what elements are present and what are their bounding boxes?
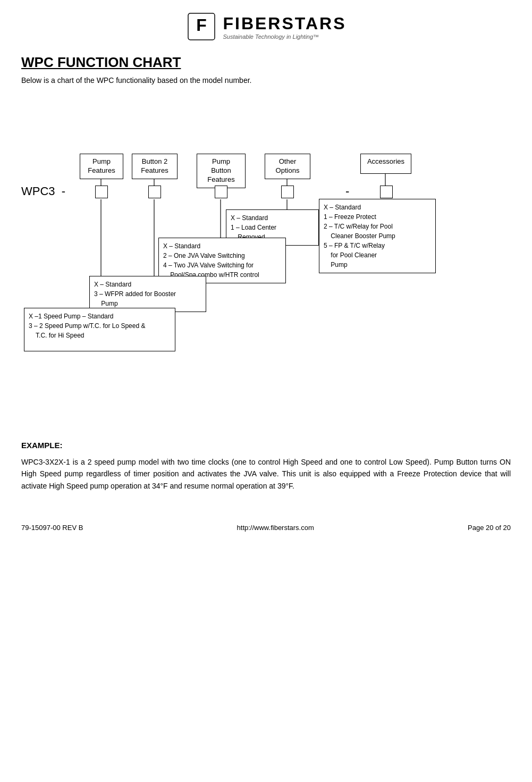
subtitle: Below is a chart of the WPC functionalit… <box>21 76 511 85</box>
col-header-pump-button-features: Pump ButtonFeatures <box>197 154 246 188</box>
fiberstars-logo-icon: F <box>185 11 217 43</box>
wpc3-square-button2 <box>148 186 161 198</box>
doc-number: 79-15097-00 REV B <box>21 524 83 532</box>
page-header: F FIBERSTARS Sustainable Technology in L… <box>21 11 511 45</box>
example-title: EXAMPLE: <box>21 441 511 450</box>
wpc3-square-accessories <box>380 186 393 198</box>
button2-option-box: X – Standard 3 – WFPR added for Booster … <box>89 276 206 312</box>
footer-area: EXAMPLE: WPC3-3X2X-1 is a 2 speed pump m… <box>21 441 511 492</box>
company-name: FIBERSTARS <box>223 14 346 33</box>
col-header-pump-features: PumpFeatures <box>80 154 123 179</box>
wpc3-square-pump <box>95 186 108 198</box>
pump-features-option-box: X –1 Speed Pump – Standard 3 – 2 Speed P… <box>24 308 175 351</box>
svg-text:F: F <box>197 15 207 35</box>
wpc3-square-other <box>281 186 294 198</box>
page-number: Page 20 of 20 <box>468 524 511 532</box>
wpc3-square-pumpbtn <box>215 186 227 198</box>
logo-container: F FIBERSTARS Sustainable Technology in L… <box>185 11 346 43</box>
col-header-accessories: Accessories <box>360 154 411 174</box>
wpc3-dash2: - <box>345 184 349 198</box>
wpc-function-chart: WPC3 - - PumpFeatures Button 2Features P… <box>21 95 521 425</box>
page-footer: 79-15097-00 REV B http://www.fiberstars.… <box>21 524 511 532</box>
example-text: WPC3-3X2X-1 is a 2 speed pump model with… <box>21 456 511 492</box>
col-header-other-options: OtherOptions <box>265 154 310 179</box>
company-tagline: Sustainable Technology in Lighting™ <box>223 33 346 40</box>
col-header-button2-features: Button 2Features <box>132 154 178 179</box>
page-title: WPC FUNCTION CHART <box>21 54 511 71</box>
logo-text: FIBERSTARS Sustainable Technology in Lig… <box>223 14 346 40</box>
footer-website: http://www.fiberstars.com <box>83 524 468 532</box>
wpc3-label: WPC3 - <box>21 184 65 198</box>
accessories-option-box: X – Standard 1 – Freeze Protect 2 – T/C … <box>319 199 436 273</box>
